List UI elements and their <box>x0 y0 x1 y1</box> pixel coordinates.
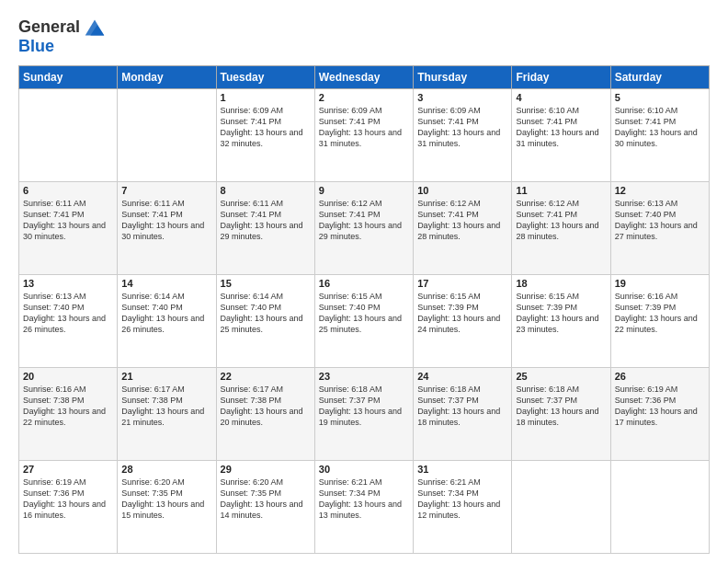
table-row: 31Sunrise: 6:21 AM Sunset: 7:34 PM Dayli… <box>414 461 512 554</box>
table-row: 2Sunrise: 6:09 AM Sunset: 7:41 PM Daylig… <box>314 89 413 182</box>
calendar-week-row: 6Sunrise: 6:11 AM Sunset: 7:41 PM Daylig… <box>19 182 710 275</box>
day-info: Sunrise: 6:09 AM Sunset: 7:41 PM Dayligh… <box>319 105 409 150</box>
day-number: 29 <box>221 464 311 475</box>
table-row: 16Sunrise: 6:15 AM Sunset: 7:40 PM Dayli… <box>314 275 413 368</box>
col-tuesday: Tuesday <box>216 66 314 89</box>
day-number: 2 <box>319 92 409 103</box>
table-row: 5Sunrise: 6:10 AM Sunset: 7:41 PM Daylig… <box>610 89 709 182</box>
day-number: 6 <box>23 185 113 196</box>
day-number: 14 <box>121 278 211 289</box>
table-row: 8Sunrise: 6:11 AM Sunset: 7:41 PM Daylig… <box>216 182 314 275</box>
table-row: 17Sunrise: 6:15 AM Sunset: 7:39 PM Dayli… <box>414 275 512 368</box>
day-info: Sunrise: 6:12 AM Sunset: 7:41 PM Dayligh… <box>417 198 507 243</box>
day-number: 20 <box>23 371 113 382</box>
day-number: 28 <box>121 464 211 475</box>
logo-icon <box>82 15 108 40</box>
day-number: 25 <box>516 371 606 382</box>
day-number: 10 <box>417 185 507 196</box>
table-row: 21Sunrise: 6:17 AM Sunset: 7:38 PM Dayli… <box>118 368 216 461</box>
day-info: Sunrise: 6:13 AM Sunset: 7:40 PM Dayligh… <box>23 291 113 336</box>
day-number: 12 <box>615 185 705 196</box>
table-row: 28Sunrise: 6:20 AM Sunset: 7:35 PM Dayli… <box>118 461 216 554</box>
day-info: Sunrise: 6:18 AM Sunset: 7:37 PM Dayligh… <box>417 384 507 429</box>
day-number: 17 <box>417 278 507 289</box>
day-number: 22 <box>221 371 311 382</box>
calendar-table: Sunday Monday Tuesday Wednesday Thursday… <box>18 65 710 554</box>
day-number: 5 <box>615 92 705 103</box>
day-info: Sunrise: 6:20 AM Sunset: 7:35 PM Dayligh… <box>221 477 311 522</box>
calendar-week-row: 20Sunrise: 6:16 AM Sunset: 7:38 PM Dayli… <box>19 368 710 461</box>
table-row: 29Sunrise: 6:20 AM Sunset: 7:35 PM Dayli… <box>216 461 314 554</box>
table-row <box>512 461 610 554</box>
day-number: 19 <box>615 278 705 289</box>
col-friday: Friday <box>512 66 610 89</box>
table-row <box>19 89 118 182</box>
day-info: Sunrise: 6:11 AM Sunset: 7:41 PM Dayligh… <box>221 198 311 243</box>
table-row: 14Sunrise: 6:14 AM Sunset: 7:40 PM Dayli… <box>118 275 216 368</box>
day-info: Sunrise: 6:19 AM Sunset: 7:36 PM Dayligh… <box>23 477 113 522</box>
day-number: 7 <box>121 185 211 196</box>
page: General Blue Sunday Monday Tuesday Wedne… <box>0 0 728 563</box>
table-row: 15Sunrise: 6:14 AM Sunset: 7:40 PM Dayli… <box>216 275 314 368</box>
day-info: Sunrise: 6:18 AM Sunset: 7:37 PM Dayligh… <box>319 384 409 429</box>
day-number: 9 <box>319 185 409 196</box>
day-number: 27 <box>23 464 113 475</box>
day-number: 21 <box>121 371 211 382</box>
table-row: 24Sunrise: 6:18 AM Sunset: 7:37 PM Dayli… <box>414 368 512 461</box>
table-row: 12Sunrise: 6:13 AM Sunset: 7:40 PM Dayli… <box>610 182 709 275</box>
table-row: 9Sunrise: 6:12 AM Sunset: 7:41 PM Daylig… <box>314 182 413 275</box>
logo: General Blue <box>18 15 108 56</box>
table-row: 19Sunrise: 6:16 AM Sunset: 7:39 PM Dayli… <box>610 275 709 368</box>
day-info: Sunrise: 6:17 AM Sunset: 7:38 PM Dayligh… <box>221 384 311 429</box>
day-info: Sunrise: 6:14 AM Sunset: 7:40 PM Dayligh… <box>121 291 211 336</box>
col-monday: Monday <box>118 66 216 89</box>
day-number: 1 <box>221 92 311 103</box>
day-number: 4 <box>516 92 606 103</box>
table-row: 27Sunrise: 6:19 AM Sunset: 7:36 PM Dayli… <box>19 461 118 554</box>
table-row: 11Sunrise: 6:12 AM Sunset: 7:41 PM Dayli… <box>512 182 610 275</box>
day-number: 15 <box>221 278 311 289</box>
day-number: 18 <box>516 278 606 289</box>
day-number: 8 <box>221 185 311 196</box>
day-info: Sunrise: 6:15 AM Sunset: 7:39 PM Dayligh… <box>516 291 606 336</box>
day-info: Sunrise: 6:11 AM Sunset: 7:41 PM Dayligh… <box>121 198 211 243</box>
table-row: 25Sunrise: 6:18 AM Sunset: 7:37 PM Dayli… <box>512 368 610 461</box>
col-saturday: Saturday <box>610 66 709 89</box>
day-info: Sunrise: 6:16 AM Sunset: 7:38 PM Dayligh… <box>23 384 113 429</box>
day-number: 30 <box>319 464 409 475</box>
day-info: Sunrise: 6:10 AM Sunset: 7:41 PM Dayligh… <box>516 105 606 150</box>
day-number: 23 <box>319 371 409 382</box>
day-info: Sunrise: 6:11 AM Sunset: 7:41 PM Dayligh… <box>23 198 113 243</box>
table-row: 26Sunrise: 6:19 AM Sunset: 7:36 PM Dayli… <box>610 368 709 461</box>
col-thursday: Thursday <box>414 66 512 89</box>
day-number: 26 <box>615 371 705 382</box>
table-row: 3Sunrise: 6:09 AM Sunset: 7:41 PM Daylig… <box>414 89 512 182</box>
table-row: 22Sunrise: 6:17 AM Sunset: 7:38 PM Dayli… <box>216 368 314 461</box>
calendar-week-row: 27Sunrise: 6:19 AM Sunset: 7:36 PM Dayli… <box>19 461 710 554</box>
day-number: 24 <box>417 371 507 382</box>
day-info: Sunrise: 6:21 AM Sunset: 7:34 PM Dayligh… <box>319 477 409 522</box>
day-info: Sunrise: 6:21 AM Sunset: 7:34 PM Dayligh… <box>417 477 507 522</box>
day-number: 3 <box>417 92 507 103</box>
day-info: Sunrise: 6:12 AM Sunset: 7:41 PM Dayligh… <box>516 198 606 243</box>
day-info: Sunrise: 6:14 AM Sunset: 7:40 PM Dayligh… <box>221 291 311 336</box>
table-row: 7Sunrise: 6:11 AM Sunset: 7:41 PM Daylig… <box>118 182 216 275</box>
day-info: Sunrise: 6:12 AM Sunset: 7:41 PM Dayligh… <box>319 198 409 243</box>
table-row: 13Sunrise: 6:13 AM Sunset: 7:40 PM Dayli… <box>19 275 118 368</box>
day-info: Sunrise: 6:20 AM Sunset: 7:35 PM Dayligh… <box>121 477 211 522</box>
col-wednesday: Wednesday <box>314 66 413 89</box>
table-row: 30Sunrise: 6:21 AM Sunset: 7:34 PM Dayli… <box>314 461 413 554</box>
day-info: Sunrise: 6:15 AM Sunset: 7:40 PM Dayligh… <box>319 291 409 336</box>
day-number: 11 <box>516 185 606 196</box>
calendar-week-row: 1Sunrise: 6:09 AM Sunset: 7:41 PM Daylig… <box>19 89 710 182</box>
day-info: Sunrise: 6:10 AM Sunset: 7:41 PM Dayligh… <box>615 105 705 150</box>
table-row <box>610 461 709 554</box>
table-row: 23Sunrise: 6:18 AM Sunset: 7:37 PM Dayli… <box>314 368 413 461</box>
day-info: Sunrise: 6:16 AM Sunset: 7:39 PM Dayligh… <box>615 291 705 336</box>
day-info: Sunrise: 6:13 AM Sunset: 7:40 PM Dayligh… <box>615 198 705 243</box>
calendar-header-row: Sunday Monday Tuesday Wednesday Thursday… <box>19 66 710 89</box>
table-row: 10Sunrise: 6:12 AM Sunset: 7:41 PM Dayli… <box>414 182 512 275</box>
day-number: 13 <box>23 278 113 289</box>
table-row: 6Sunrise: 6:11 AM Sunset: 7:41 PM Daylig… <box>19 182 118 275</box>
day-info: Sunrise: 6:09 AM Sunset: 7:41 PM Dayligh… <box>221 105 311 150</box>
